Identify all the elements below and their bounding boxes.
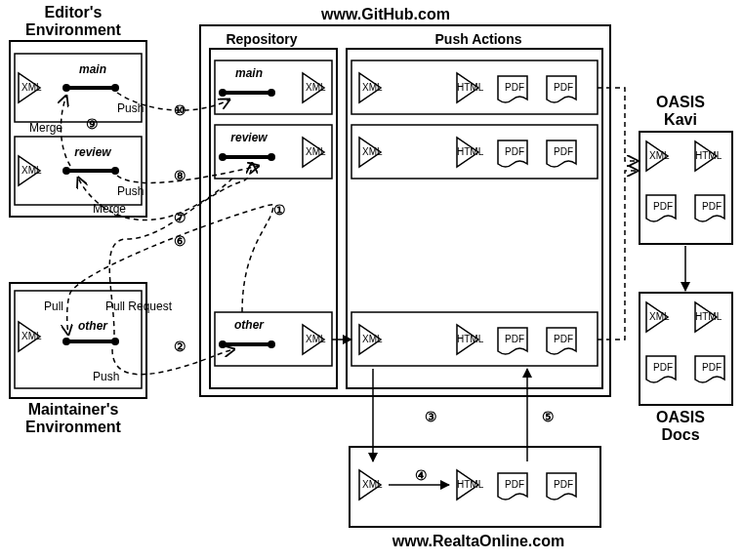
- file-label: XML: [362, 479, 383, 490]
- push-label: Push: [93, 370, 119, 383]
- step-2: ②: [174, 339, 186, 354]
- step-1: ①: [273, 202, 286, 218]
- oasis-docs-title: OASISDocs: [656, 409, 705, 443]
- repository-title: Repository: [226, 31, 297, 47]
- push-label: Push: [117, 184, 144, 198]
- github-title: www.GitHub.com: [320, 6, 450, 22]
- file-label: XML: [21, 331, 42, 341]
- step-3: ③: [425, 409, 437, 424]
- maintainer-env-title: Maintainer'sEnvironment: [25, 401, 121, 435]
- oasis-docs-box: [640, 293, 732, 405]
- realta-title: www.RealtaOnline.com: [392, 533, 564, 549]
- workflow-diagram: Editor'sEnvironment www.GitHub.com Repos…: [0, 0, 743, 560]
- step-10: ⑩: [174, 102, 186, 118]
- push-label: Push: [117, 101, 144, 115]
- step-5: ⑤: [542, 409, 555, 424]
- file-label: PDF: [653, 201, 673, 212]
- step-4: ④: [415, 467, 428, 483]
- file-label: PDF: [554, 146, 573, 157]
- merge-label: Merge: [93, 202, 126, 216]
- branch-icon: [219, 89, 275, 97]
- pull-label: Pull: [44, 300, 63, 313]
- file-label: XML: [21, 165, 42, 176]
- file-label: HTML: [457, 82, 484, 93]
- pullreq-label: Pull Request: [105, 300, 173, 313]
- file-label: XML: [649, 150, 670, 161]
- file-label: XML: [306, 146, 326, 157]
- file-label: PDF: [554, 82, 573, 93]
- branch-icon: [62, 338, 119, 345]
- file-label: HTML: [457, 334, 484, 344]
- branch-label: main: [235, 66, 263, 80]
- oasis-kavi-title: OASISKavi: [656, 94, 705, 128]
- file-label: XML: [649, 311, 670, 322]
- step-9: ⑨: [86, 116, 99, 132]
- file-label: PDF: [505, 146, 524, 157]
- file-label: PDF: [505, 479, 524, 490]
- file-label: XML: [362, 146, 383, 157]
- step-7: ⑦: [174, 210, 186, 225]
- step-8: ⑧: [174, 168, 186, 183]
- file-label: PDF: [702, 362, 722, 373]
- file-label: HTML: [695, 150, 722, 161]
- push-actions-title: Push Actions: [435, 31, 522, 47]
- file-label: PDF: [554, 479, 573, 490]
- file-label: XML: [306, 334, 326, 344]
- file-label: XML: [362, 334, 383, 344]
- step-6: ⑥: [174, 233, 186, 249]
- oasis-kavi-box: [640, 132, 732, 244]
- file-label: XML: [306, 82, 326, 93]
- edge-push-to-kavi-2: [598, 171, 638, 340]
- edge-push-to-kavi-1: [598, 88, 638, 161]
- branch-label: other: [234, 318, 265, 332]
- file-label: PDF: [702, 201, 722, 212]
- file-label: PDF: [554, 334, 573, 344]
- file-label: HTML: [457, 479, 484, 490]
- github-box: [200, 25, 610, 396]
- file-label: XML: [362, 82, 383, 93]
- file-label: HTML: [695, 311, 722, 322]
- file-label: PDF: [653, 362, 673, 373]
- branch-icon: [62, 84, 119, 92]
- branch-icon: [219, 340, 275, 348]
- branch-label: main: [79, 62, 106, 76]
- branch-icon: [219, 153, 275, 161]
- file-label: PDF: [505, 334, 524, 344]
- editor-env-title: Editor'sEnvironment: [25, 4, 121, 38]
- merge-label: Merge: [29, 121, 62, 135]
- edge-step8: [117, 166, 259, 182]
- file-label: XML: [21, 82, 42, 93]
- file-label: HTML: [457, 146, 484, 157]
- branch-label: review: [74, 145, 111, 159]
- file-label: PDF: [505, 82, 524, 93]
- branch-label: other: [78, 319, 108, 333]
- branch-icon: [62, 167, 119, 175]
- branch-label: review: [230, 131, 268, 144]
